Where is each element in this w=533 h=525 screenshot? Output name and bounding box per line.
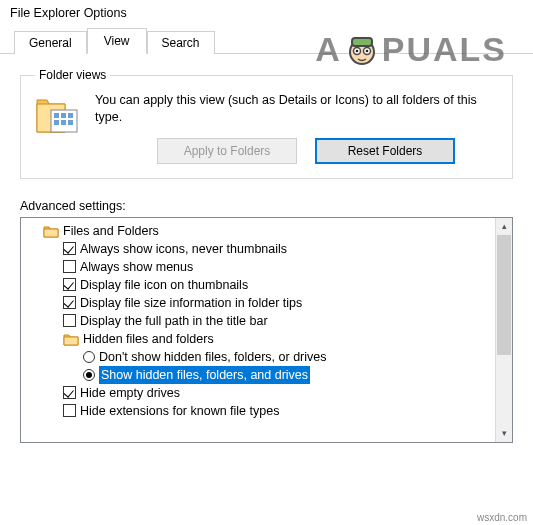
scroll-up-icon[interactable]: ▴: [496, 218, 512, 235]
tree-label: Hide empty drives: [80, 384, 180, 402]
svg-rect-2: [61, 113, 66, 118]
svg-rect-3: [68, 113, 73, 118]
advanced-settings-box: Files and Folders Always show icons, nev…: [20, 217, 513, 443]
scrollbar-vertical[interactable]: ▴ ▾: [495, 218, 512, 442]
tab-view[interactable]: View: [87, 28, 147, 54]
checkbox-icon[interactable]: [63, 404, 76, 417]
tree-label: Always show icons, never thumbnails: [80, 240, 287, 258]
tree-group-files-folders[interactable]: Files and Folders: [25, 222, 491, 240]
tab-content-view: Folder views You can apply this view (su…: [0, 54, 533, 443]
tree-group-hidden-files[interactable]: Hidden files and folders: [25, 330, 491, 348]
advanced-settings-tree[interactable]: Files and Folders Always show icons, nev…: [21, 218, 495, 442]
checkbox-icon[interactable]: [63, 314, 76, 327]
tree-label: Display file size information in folder …: [80, 294, 302, 312]
tree-item-hide-extensions[interactable]: Hide extensions for known file types: [25, 402, 491, 420]
scrollbar-thumb[interactable]: [497, 235, 511, 355]
folder-views-icon: [35, 92, 81, 136]
tree-item-full-path-title[interactable]: Display the full path in the title bar: [25, 312, 491, 330]
checkbox-icon[interactable]: [63, 386, 76, 399]
tree-label: Show hidden files, folders, and drives: [99, 366, 310, 384]
radio-icon[interactable]: [83, 369, 95, 381]
checkbox-icon[interactable]: [63, 296, 76, 309]
tab-general[interactable]: General: [14, 31, 87, 54]
folder-icon: [43, 224, 59, 238]
tree-label: Hidden files and folders: [83, 330, 214, 348]
tab-search[interactable]: Search: [147, 31, 215, 54]
tree-item-file-icon-thumb[interactable]: Display file icon on thumbnails: [25, 276, 491, 294]
scroll-down-icon[interactable]: ▾: [496, 425, 512, 442]
svg-rect-5: [61, 120, 66, 125]
window-title: File Explorer Options: [0, 0, 533, 28]
tree-label: Always show menus: [80, 258, 193, 276]
svg-rect-6: [68, 120, 73, 125]
tree-item-always-icons[interactable]: Always show icons, never thumbnails: [25, 240, 491, 258]
tree-label: Hide extensions for known file types: [80, 402, 279, 420]
tree-label: Files and Folders: [63, 222, 159, 240]
tree-item-file-size-tips[interactable]: Display file size information in folder …: [25, 294, 491, 312]
folder-views-text: You can apply this view (such as Details…: [95, 90, 498, 126]
tree-label: Display the full path in the title bar: [80, 312, 268, 330]
folder-icon: [63, 332, 79, 346]
radio-icon[interactable]: [83, 351, 95, 363]
svg-rect-1: [54, 113, 59, 118]
tree-item-always-menus[interactable]: Always show menus: [25, 258, 491, 276]
checkbox-icon[interactable]: [63, 260, 76, 273]
advanced-settings-label: Advanced settings:: [20, 199, 513, 213]
apply-to-folders-button: Apply to Folders: [157, 138, 297, 164]
source-note: wsxdn.com: [477, 512, 527, 523]
tab-strip: General View Search: [0, 28, 533, 54]
tree-radio-show-hidden[interactable]: Show hidden files, folders, and drives: [25, 366, 491, 384]
folder-views-group: Folder views You can apply this view (su…: [20, 68, 513, 179]
tree-label: Display file icon on thumbnails: [80, 276, 248, 294]
checkbox-icon[interactable]: [63, 242, 76, 255]
svg-rect-4: [54, 120, 59, 125]
reset-folders-button[interactable]: Reset Folders: [315, 138, 455, 164]
tree-item-hide-empty-drives[interactable]: Hide empty drives: [25, 384, 491, 402]
folder-views-legend: Folder views: [35, 68, 110, 82]
checkbox-icon[interactable]: [63, 278, 76, 291]
scrollbar-track[interactable]: [496, 235, 512, 425]
tree-label: Don't show hidden files, folders, or dri…: [99, 348, 327, 366]
tree-radio-dont-show-hidden[interactable]: Don't show hidden files, folders, or dri…: [25, 348, 491, 366]
